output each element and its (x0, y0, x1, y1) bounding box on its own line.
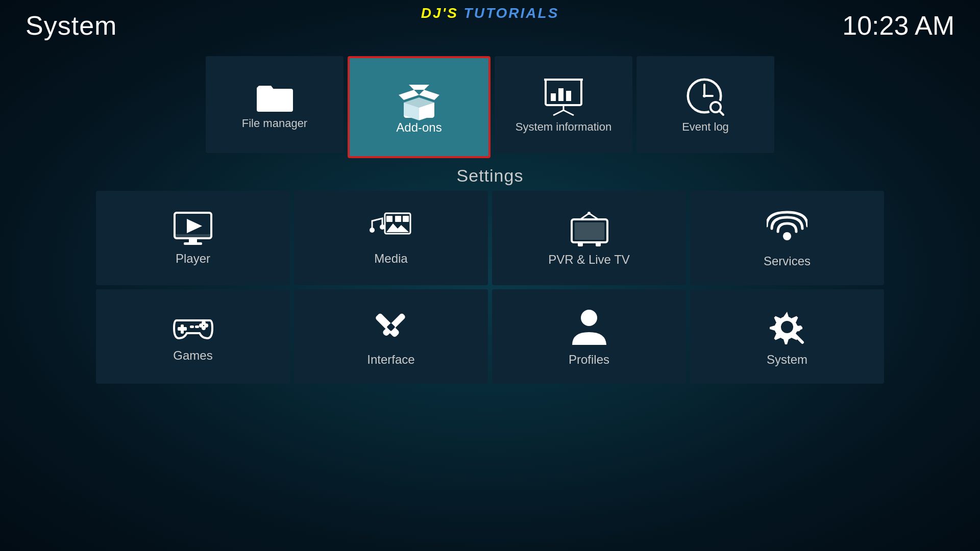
svg-rect-36 (575, 222, 604, 240)
svg-line-9 (564, 110, 574, 115)
svg-line-8 (553, 110, 564, 115)
media-icon (370, 211, 413, 246)
svg-rect-5 (558, 88, 564, 101)
svg-point-34 (587, 212, 591, 215)
main-content: File manager (0, 46, 980, 384)
svg-point-30 (370, 228, 375, 233)
event-log-label: Event log (682, 120, 729, 134)
tutorials-text: TUTORIALS (458, 5, 559, 21)
tile-interface[interactable]: Interface (294, 289, 488, 384)
svg-rect-38 (596, 242, 601, 246)
svg-point-44 (202, 321, 206, 325)
svg-rect-26 (386, 216, 393, 222)
tile-player[interactable]: Player (96, 191, 290, 285)
settings-grid: Player (71, 191, 909, 384)
tile-file-manager[interactable]: File manager (206, 56, 344, 153)
profiles-icon (570, 307, 608, 347)
tile-media[interactable]: Media (294, 191, 488, 285)
system-label: System (767, 353, 807, 367)
tile-event-log[interactable]: Event log (636, 56, 774, 153)
interface-label: Interface (367, 353, 414, 367)
svg-point-39 (783, 232, 791, 240)
games-icon (172, 310, 215, 343)
tile-profiles[interactable]: Profiles (492, 289, 686, 384)
svg-rect-27 (395, 216, 401, 222)
services-label: Services (764, 254, 811, 268)
svg-point-31 (380, 224, 385, 230)
djs-logo: DJ'S TUTORIALS (421, 5, 559, 21)
add-ons-label: Add-ons (396, 120, 442, 135)
media-label: Media (374, 252, 407, 266)
top-row: File manager (71, 56, 909, 158)
djs-text: DJ'S (421, 5, 458, 21)
tile-services[interactable]: Services (690, 191, 884, 285)
svg-marker-21 (187, 219, 202, 233)
services-icon (767, 208, 807, 249)
svg-rect-47 (195, 325, 199, 328)
event-log-icon (685, 76, 726, 116)
pvr-live-tv-label: PVR & Live TV (548, 253, 630, 267)
svg-rect-24 (175, 234, 211, 238)
player-icon (173, 211, 213, 246)
tile-pvr-live-tv[interactable]: PVR & Live TV (492, 191, 686, 285)
svg-point-51 (581, 310, 597, 326)
tile-add-ons[interactable]: Add-ons (348, 56, 491, 158)
add-ons-icon (396, 80, 442, 120)
system-information-icon (543, 76, 584, 116)
system-icon (767, 307, 807, 347)
svg-point-45 (202, 326, 206, 330)
svg-rect-4 (551, 93, 556, 101)
clock: 10:23 AM (842, 10, 954, 41)
svg-rect-46 (190, 325, 194, 328)
svg-point-16 (703, 94, 706, 97)
settings-row-2: Games Interface (96, 289, 884, 384)
games-label: Games (173, 348, 212, 363)
settings-label: Settings (71, 166, 909, 186)
file-manager-icon (256, 80, 294, 113)
svg-point-52 (781, 321, 793, 333)
header: System DJ'S TUTORIALS 10:23 AM (0, 0, 980, 46)
svg-rect-41 (178, 327, 187, 331)
settings-row-1: Player (96, 191, 884, 285)
tile-system-information[interactable]: System information (495, 56, 632, 153)
svg-marker-29 (386, 223, 409, 232)
player-label: Player (176, 252, 210, 266)
pvr-live-tv-icon (568, 209, 611, 247)
tile-system[interactable]: System (690, 289, 884, 384)
interface-icon (371, 307, 411, 347)
tile-games[interactable]: Games (96, 289, 290, 384)
page-title: System (26, 10, 117, 41)
svg-rect-6 (566, 91, 571, 101)
file-manager-label: File manager (242, 117, 307, 130)
profiles-label: Profiles (569, 353, 609, 367)
svg-rect-28 (403, 216, 409, 222)
svg-rect-23 (184, 242, 202, 245)
svg-rect-22 (189, 238, 197, 242)
svg-rect-37 (578, 242, 583, 246)
system-information-label: System information (516, 120, 611, 134)
